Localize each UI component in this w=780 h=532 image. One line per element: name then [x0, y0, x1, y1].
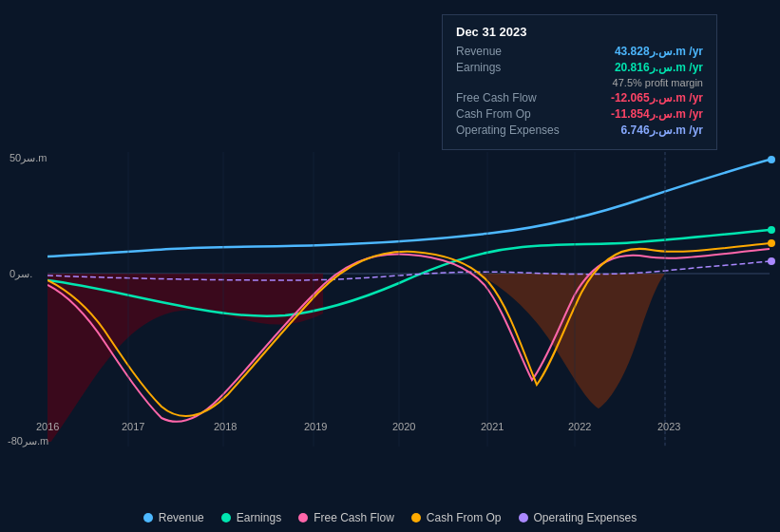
tooltip-fcf-label: Free Cash Flow [456, 91, 580, 104]
tooltip-earnings-value: 20.816س.ر.m /yr [615, 61, 703, 74]
legend-earnings[interactable]: Earnings [221, 511, 281, 524]
chart-legend: Revenue Earnings Free Cash Flow Cash Fro… [0, 511, 780, 524]
tooltip-opex-value: 6.746س.ر.m /yr [621, 124, 703, 137]
legend-cfo-label: Cash From Op [427, 511, 502, 524]
y-label-50: 50سر.m [10, 152, 47, 164]
tooltip-fcf-value: -12.065س.ر.m /yr [611, 91, 703, 104]
legend-revenue[interactable]: Revenue [143, 511, 204, 524]
tooltip-fcf-row: Free Cash Flow -12.065س.ر.m /yr [456, 91, 703, 104]
profit-margin-row: 47.5% profit margin [456, 77, 703, 88]
x-label-2023: 2023 [657, 421, 680, 432]
x-label-2018: 2018 [214, 421, 237, 432]
tooltip-cfo-label: Cash From Op [456, 107, 580, 121]
legend-cfo-dot [411, 513, 421, 522]
tooltip-earnings-row: Earnings 20.816س.ر.m /yr [456, 61, 703, 74]
x-label-2020: 2020 [392, 421, 415, 432]
tooltip-cfo-row: Cash From Op -11.854س.ر.m /yr [456, 107, 703, 121]
tooltip-box: Dec 31 2023 Revenue 43.828س.ر.m /yr Earn… [442, 14, 717, 150]
svg-point-3 [768, 156, 775, 163]
tooltip-earnings-label: Earnings [456, 61, 580, 74]
legend-revenue-label: Revenue [159, 511, 204, 524]
tooltip-revenue-value: 43.828س.ر.m /yr [615, 45, 703, 58]
svg-point-4 [768, 226, 775, 234]
legend-fcf[interactable]: Free Cash Flow [298, 511, 394, 524]
tooltip-revenue-label: Revenue [456, 45, 580, 58]
profit-margin-value: 47.5% profit margin [613, 77, 703, 88]
legend-fcf-dot [298, 513, 308, 522]
legend-opex-dot [519, 513, 528, 522]
legend-earnings-label: Earnings [237, 511, 281, 524]
x-label-2016: 2016 [36, 421, 59, 432]
x-label-2017: 2017 [122, 421, 144, 432]
tooltip-opex-row: Operating Expenses 6.746س.ر.m /yr [456, 124, 703, 137]
x-label-2019: 2019 [304, 421, 327, 432]
legend-earnings-dot [221, 513, 231, 522]
svg-point-5 [768, 239, 775, 247]
chart-area: 50سر.m 0سر. -80سر.m 2016 2017 2018 2019 … [0, 0, 780, 484]
y-label-0: 0سر. [10, 268, 32, 280]
legend-opex[interactable]: Operating Expenses [519, 511, 637, 524]
legend-fcf-label: Free Cash Flow [314, 511, 394, 524]
x-label-2022: 2022 [568, 421, 591, 432]
tooltip-date: Dec 31 2023 [456, 25, 703, 39]
svg-point-6 [768, 257, 775, 265]
legend-opex-label: Operating Expenses [534, 511, 637, 524]
tooltip-opex-label: Operating Expenses [456, 124, 580, 137]
legend-revenue-dot [143, 513, 153, 522]
tooltip-revenue-row: Revenue 43.828س.ر.m /yr [456, 45, 703, 58]
y-label-neg80: -80سر.m [8, 435, 48, 447]
legend-cfo[interactable]: Cash From Op [411, 511, 502, 524]
x-label-2021: 2021 [481, 421, 504, 432]
tooltip-cfo-value: -11.854س.ر.m /yr [611, 107, 703, 121]
